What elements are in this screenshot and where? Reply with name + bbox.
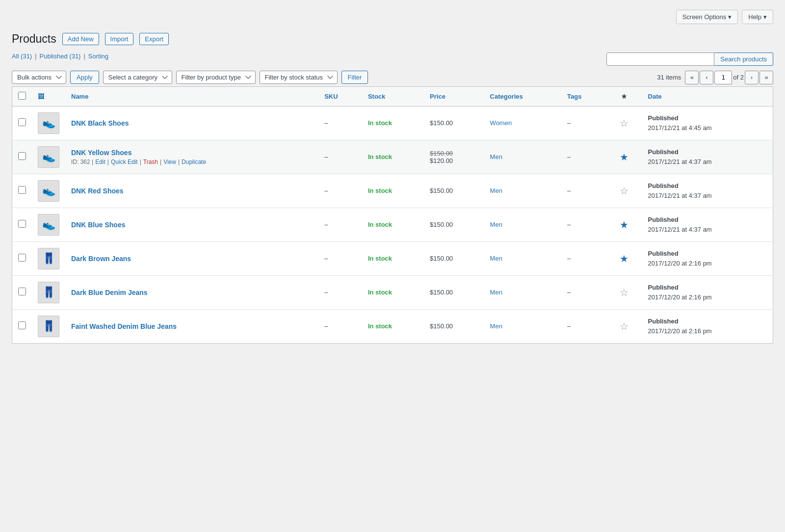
import-button[interactable]: Import [105, 33, 134, 45]
col-header-sku[interactable]: SKU [318, 86, 362, 106]
product-thumbnail: 👟 [38, 180, 59, 202]
date-status: Published [648, 250, 679, 257]
date-value: 2017/12/21 at 4:37 am [648, 158, 712, 165]
star-icon[interactable]: ★ [620, 152, 628, 162]
star-icon[interactable]: ☆ [620, 287, 628, 298]
date-status: Published [648, 318, 679, 325]
search-input[interactable] [606, 53, 714, 66]
product-star[interactable]: ★ [606, 140, 642, 174]
product-type-select[interactable]: Filter by product type [176, 71, 256, 84]
search-products-button[interactable]: Search products [714, 53, 773, 66]
product-star[interactable]: ★ [606, 208, 642, 241]
product-name-link[interactable]: Dark Brown Jeans [71, 255, 131, 263]
product-date: Published2017/12/20 at 2:16 pm [642, 241, 773, 275]
product-tags: – [561, 174, 606, 208]
category-link[interactable]: Men [490, 221, 502, 228]
date-status: Published [648, 284, 679, 291]
date-status: Published [648, 216, 679, 223]
product-star[interactable]: ☆ [606, 106, 642, 140]
stock-status-select[interactable]: Filter by stock status [260, 71, 338, 84]
category-link[interactable]: Men [490, 322, 502, 330]
table-row: 👖Faint Washed Denim Blue Jeans–In stock$… [12, 309, 773, 343]
products-table: 🖼 Name SKU Stock Price Categories Tags ★… [12, 86, 773, 344]
star-icon[interactable]: ★ [620, 219, 628, 230]
first-page-button[interactable]: « [685, 71, 699, 84]
product-stock: In stock [362, 174, 424, 208]
product-name-link[interactable]: DNK Black Shoes [71, 119, 129, 127]
help-chevron-icon: ▾ [763, 13, 767, 21]
product-sku: – [318, 140, 362, 174]
star-icon[interactable]: ☆ [620, 186, 628, 196]
add-new-button[interactable]: Add New [62, 33, 99, 45]
table-row: 👟DNK Black Shoes–In stock$150.00Women–☆P… [12, 106, 773, 140]
nav-all[interactable]: All (31) [12, 53, 32, 60]
product-tags: – [561, 275, 606, 309]
product-name-link[interactable]: DNK Red Shoes [71, 187, 124, 195]
product-date: Published2017/12/20 at 2:16 pm [642, 309, 773, 343]
page-input[interactable]: 1 [714, 71, 732, 84]
prev-page-button[interactable]: ‹ [700, 71, 713, 84]
product-stock: In stock [362, 140, 424, 174]
product-name-link[interactable]: Dark Blue Denim Jeans [71, 289, 148, 296]
nav-published[interactable]: Published (31) [40, 53, 81, 60]
star-icon[interactable]: ☆ [620, 321, 628, 332]
product-name-link[interactable]: DNK Yellow Shoes [71, 149, 131, 157]
nav-sorting[interactable]: Sorting [88, 53, 108, 60]
col-header-name[interactable]: Name [65, 86, 318, 106]
row-action-view[interactable]: View [163, 159, 176, 165]
product-categories: Men [484, 241, 561, 275]
export-button[interactable]: Export [139, 33, 169, 45]
product-star[interactable]: ★ [606, 241, 642, 275]
product-stock: In stock [362, 241, 424, 275]
product-star[interactable]: ☆ [606, 309, 642, 343]
table-row: 👖Dark Brown Jeans–In stock$150.00Men–★Pu… [12, 241, 773, 275]
product-sku: – [318, 241, 362, 275]
bulk-actions-select[interactable]: Bulk actions [12, 71, 66, 84]
col-header-date[interactable]: Date [642, 86, 773, 106]
star-icon[interactable]: ★ [620, 253, 628, 264]
items-count: 31 items [657, 74, 681, 81]
category-select[interactable]: Select a category [103, 71, 172, 84]
category-link[interactable]: Men [490, 153, 502, 160]
row-checkbox[interactable] [18, 288, 26, 295]
row-checkbox[interactable] [18, 220, 26, 228]
product-star[interactable]: ☆ [606, 174, 642, 208]
product-name-link[interactable]: DNK Blue Shoes [71, 221, 125, 229]
date-status: Published [648, 148, 679, 156]
row-checkbox[interactable] [18, 254, 26, 262]
product-sku: – [318, 174, 362, 208]
filter-button[interactable]: Filter [341, 71, 368, 84]
row-checkbox[interactable] [18, 186, 26, 194]
row-checkbox[interactable] [18, 152, 26, 160]
product-star[interactable]: ☆ [606, 275, 642, 309]
screen-options-button[interactable]: Screen Options ▾ [676, 10, 738, 24]
product-date: Published2017/12/20 at 2:16 pm [642, 275, 773, 309]
category-link[interactable]: Men [490, 289, 502, 296]
product-name-link[interactable]: Faint Washed Denim Blue Jeans [71, 322, 177, 330]
product-categories: Men [484, 309, 561, 343]
next-page-button[interactable]: › [745, 71, 759, 84]
row-action-trash[interactable]: Trash [143, 159, 158, 165]
apply-button[interactable]: Apply [70, 71, 99, 84]
pagination: « ‹ 1 of 2 › » [685, 71, 773, 84]
col-header-price: Price [424, 86, 484, 106]
category-link[interactable]: Women [490, 119, 512, 127]
row-action-edit[interactable]: Edit [95, 159, 105, 165]
column-image-icon: 🖼 [38, 93, 44, 100]
category-link[interactable]: Men [490, 255, 502, 262]
last-page-button[interactable]: » [759, 71, 773, 84]
category-link[interactable]: Men [490, 187, 502, 194]
product-price: $150.00$120.00 [424, 140, 484, 174]
help-button[interactable]: Help ▾ [742, 10, 773, 24]
stock-status-filter-wrap: Filter by stock status [260, 71, 338, 84]
row-checkbox[interactable] [18, 321, 26, 329]
star-icon[interactable]: ☆ [620, 118, 628, 129]
product-tags: – [561, 106, 606, 140]
row-action-quick-edit[interactable]: Quick Edit [111, 159, 138, 165]
screen-options-chevron-icon: ▾ [728, 13, 732, 21]
date-value: 2017/12/20 at 2:16 pm [648, 327, 712, 335]
row-checkbox[interactable] [18, 118, 26, 126]
row-action-duplicate[interactable]: Duplicate [182, 159, 206, 165]
select-all-checkbox[interactable] [18, 92, 26, 100]
product-date: Published2017/12/21 at 4:37 am [642, 208, 773, 241]
